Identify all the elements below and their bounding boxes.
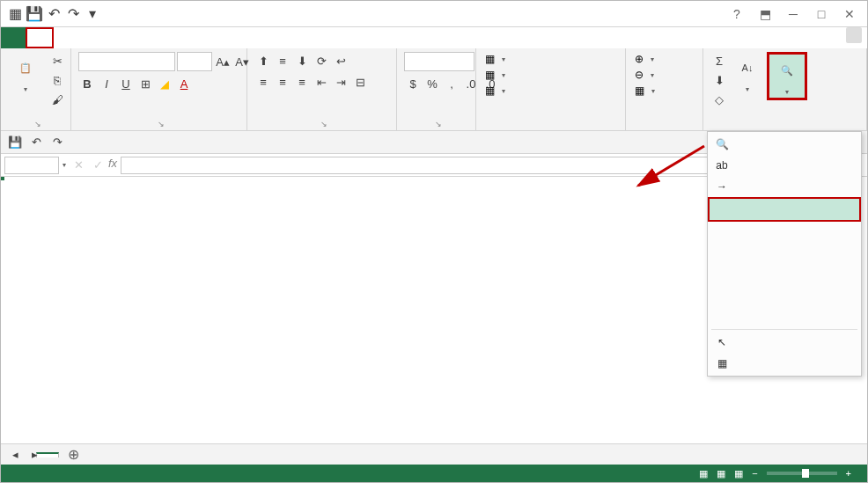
qat-save-icon[interactable]: 💾 bbox=[6, 134, 24, 151]
insert-icon: ⊕ bbox=[635, 53, 644, 65]
binoculars-icon: 🔍 bbox=[715, 137, 729, 151]
font-name-combo[interactable] bbox=[78, 52, 175, 71]
qat-redo-icon[interactable]: ↷ bbox=[48, 134, 66, 151]
ribbon-display-icon[interactable]: ⬒ bbox=[753, 5, 777, 23]
font-launcher-icon[interactable]: ↘ bbox=[158, 120, 165, 128]
wrap-text-icon[interactable]: ↩ bbox=[332, 52, 349, 70]
fill-icon[interactable]: ⬇ bbox=[710, 71, 728, 89]
tab-nitro[interactable] bbox=[202, 27, 226, 48]
increase-indent-icon[interactable]: ⇥ bbox=[332, 73, 349, 91]
clipboard-launcher-icon[interactable]: ↘ bbox=[34, 120, 41, 128]
sheet-next-icon[interactable]: ▸ bbox=[26, 446, 43, 464]
undo-icon[interactable]: ↶ bbox=[45, 5, 63, 23]
menu-replace[interactable]: ab bbox=[708, 155, 861, 176]
fill-color-icon[interactable]: ◢ bbox=[156, 75, 173, 92]
menu-goto[interactable]: → bbox=[708, 176, 861, 197]
align-middle-icon[interactable]: ≡ bbox=[274, 52, 291, 70]
clear-icon[interactable]: ◇ bbox=[710, 91, 728, 108]
tab-file[interactable] bbox=[1, 27, 26, 48]
redo-icon[interactable]: ↷ bbox=[64, 5, 82, 23]
view-normal-icon[interactable]: ▦ bbox=[699, 468, 708, 479]
align-top-icon[interactable]: ⬆ bbox=[254, 52, 272, 70]
menu-find[interactable]: 🔍 bbox=[708, 134, 861, 155]
tab-data[interactable] bbox=[128, 27, 152, 48]
cond-fmt-icon: ▦ bbox=[485, 53, 495, 65]
delete-cells-button[interactable]: ⊖▾ bbox=[633, 68, 657, 82]
sort-filter-button[interactable]: A↓ ▾ bbox=[730, 52, 765, 95]
name-box[interactable] bbox=[4, 157, 59, 174]
help-icon[interactable]: ? bbox=[725, 5, 749, 23]
menu-cond-fmt[interactable] bbox=[708, 264, 861, 285]
close-icon[interactable]: ✕ bbox=[837, 5, 862, 23]
menu-formulas[interactable] bbox=[708, 222, 861, 243]
paste-button[interactable]: 📋 ▾ bbox=[8, 52, 43, 95]
decrease-indent-icon[interactable]: ⇤ bbox=[313, 73, 330, 91]
font-size-combo[interactable] bbox=[177, 52, 212, 71]
zoom-in-icon[interactable]: + bbox=[846, 468, 851, 479]
menu-data-valid[interactable] bbox=[708, 306, 861, 327]
underline-button[interactable]: U bbox=[117, 75, 135, 92]
cell-styles-icon: ▦ bbox=[485, 84, 495, 97]
save-icon[interactable]: 💾 bbox=[26, 5, 43, 23]
cut-icon[interactable]: ✂ bbox=[48, 52, 66, 70]
excel-icon: ▦ bbox=[6, 5, 24, 23]
pane-icon: ▦ bbox=[715, 356, 729, 370]
sheet-prev-icon[interactable]: ◂ bbox=[6, 446, 24, 464]
font-color-icon[interactable]: A bbox=[175, 75, 193, 92]
view-break-icon[interactable]: ▦ bbox=[734, 468, 743, 479]
minimize-icon[interactable]: ─ bbox=[781, 5, 805, 23]
find-select-menu: 🔍 ab → ↖ ▦ bbox=[707, 131, 862, 377]
cell-styles-button[interactable]: ▦▾ bbox=[483, 84, 507, 98]
find-select-button[interactable]: 🔍 ▾ bbox=[767, 52, 807, 100]
align-right-icon[interactable]: ≡ bbox=[293, 73, 311, 91]
tab-formulas[interactable] bbox=[103, 27, 128, 48]
qat-customize-icon[interactable]: ▾ bbox=[84, 5, 101, 23]
tab-view[interactable] bbox=[177, 27, 202, 48]
bold-button[interactable]: B bbox=[78, 75, 96, 92]
delete-icon: ⊖ bbox=[635, 69, 644, 81]
menu-comments[interactable] bbox=[708, 243, 861, 264]
orientation-icon[interactable]: ⟳ bbox=[313, 52, 330, 70]
grow-font-icon[interactable]: A▴ bbox=[214, 53, 232, 70]
menu-selection-pane[interactable]: ▦ bbox=[708, 353, 861, 374]
percent-icon[interactable]: % bbox=[423, 75, 441, 92]
maximize-icon[interactable]: □ bbox=[809, 5, 834, 23]
cancel-formula-icon[interactable]: ✕ bbox=[70, 157, 87, 174]
zoom-out-icon[interactable]: − bbox=[752, 468, 757, 479]
format-as-table-button[interactable]: ▦▾ bbox=[483, 68, 507, 82]
merge-icon[interactable]: ⊟ bbox=[351, 73, 369, 91]
avatar-icon[interactable] bbox=[846, 27, 862, 43]
tab-page-layout[interactable] bbox=[78, 27, 103, 48]
number-launcher-icon[interactable]: ↘ bbox=[435, 120, 442, 128]
sort-filter-icon: A↓ bbox=[733, 54, 761, 82]
autosum-icon[interactable]: Σ bbox=[710, 52, 728, 70]
copy-icon[interactable]: ⎘ bbox=[48, 71, 66, 89]
fx-icon[interactable]: fx bbox=[108, 157, 117, 174]
format-icon: ▦ bbox=[635, 84, 644, 97]
format-painter-icon[interactable]: 🖌 bbox=[48, 91, 66, 108]
accounting-icon[interactable]: $ bbox=[404, 75, 422, 92]
tab-insert[interactable] bbox=[54, 27, 78, 48]
qat-undo-icon[interactable]: ↶ bbox=[27, 134, 45, 151]
menu-select-objects[interactable]: ↖ bbox=[708, 332, 861, 353]
tab-home[interactable] bbox=[26, 27, 54, 48]
format-cells-button[interactable]: ▦▾ bbox=[633, 84, 657, 98]
find-select-icon: 🔍 bbox=[773, 56, 801, 84]
conditional-formatting-button[interactable]: ▦▾ bbox=[483, 52, 507, 66]
enter-formula-icon[interactable]: ✓ bbox=[89, 157, 107, 174]
view-page-icon[interactable]: ▦ bbox=[717, 468, 725, 479]
align-bottom-icon[interactable]: ⬇ bbox=[293, 52, 311, 70]
number-format-combo[interactable] bbox=[404, 52, 474, 71]
align-center-icon[interactable]: ≡ bbox=[274, 73, 291, 91]
tab-review[interactable] bbox=[152, 27, 177, 48]
menu-goto-special[interactable] bbox=[708, 197, 861, 222]
alignment-launcher-icon[interactable]: ↘ bbox=[320, 120, 327, 128]
new-sheet-icon[interactable]: ⊕ bbox=[63, 446, 85, 463]
zoom-slider[interactable] bbox=[767, 472, 837, 475]
comma-icon[interactable]: , bbox=[443, 75, 460, 92]
insert-cells-button[interactable]: ⊕▾ bbox=[633, 52, 657, 66]
align-left-icon[interactable]: ≡ bbox=[254, 73, 272, 91]
italic-button[interactable]: I bbox=[98, 75, 115, 92]
border-icon[interactable]: ⊞ bbox=[136, 75, 154, 92]
menu-constants[interactable] bbox=[708, 285, 861, 306]
